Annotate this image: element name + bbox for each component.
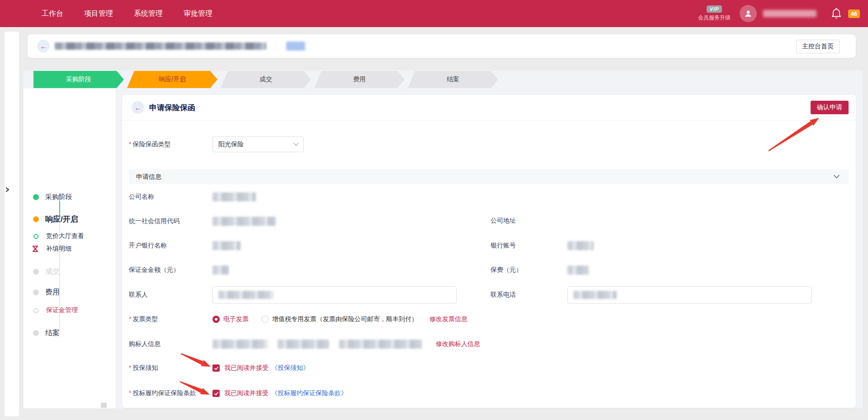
company-name-value-redacted	[212, 192, 256, 201]
timeline-line-done	[59, 201, 60, 216]
phone-label: 联系电话	[491, 291, 558, 299]
gray-ring-icon	[33, 308, 38, 313]
credit-code-row: 统一社会信用代码	[129, 217, 276, 226]
console-home-button[interactable]: 主控台首页	[796, 40, 840, 53]
sidebar-item-bidding-hall[interactable]: 竞价大厅查看	[33, 232, 84, 240]
confirm-apply-button[interactable]: 确认申请	[811, 101, 849, 114]
agree-text: 我已阅读并接受	[224, 389, 269, 397]
buyer-name-redacted	[212, 340, 268, 349]
back-arrow-icon: ←	[135, 104, 142, 112]
main-menu: 工作台 项目管理 系统管理 审批管理	[0, 9, 212, 19]
buyer-phone-redacted	[278, 340, 329, 349]
credit-code-value-redacted	[212, 217, 276, 226]
required-mark: *	[129, 315, 131, 322]
invoice-type-label: 发票类型	[132, 315, 158, 322]
collapse-chevron-icon[interactable]	[834, 175, 840, 179]
project-status-tag-redacted	[286, 42, 305, 51]
sidebar-item-deal[interactable]: 成交	[33, 267, 60, 276]
deposit-row: 保证金金额（元）	[129, 266, 229, 275]
insurance-type-row: *保险保函类型 阳光保险	[129, 136, 848, 152]
vip-icon: VIP	[707, 5, 722, 13]
required-mark: *	[129, 364, 131, 371]
menu-workbench[interactable]: 工作台	[42, 9, 63, 19]
premium-label: 保费（元）	[491, 266, 558, 274]
step-deal: 成交	[221, 71, 311, 88]
terms-link[interactable]: 《投标履约保证保险条款》	[271, 389, 347, 397]
back-arrow-icon: ←	[40, 42, 47, 50]
terms-row: *投标履约保证保险条款 我已阅读并接受 《投标履约保证保险条款》	[129, 389, 347, 397]
user-avatar[interactable]	[740, 5, 757, 22]
contact-value-redacted	[218, 291, 274, 299]
page-title: 申请保险保函	[149, 103, 195, 113]
expand-rail-chevron-icon[interactable]	[5, 187, 10, 192]
sidebar-label: 补填明细	[46, 245, 71, 253]
notice-checkbox[interactable]	[212, 364, 220, 372]
collapsed-side-rail	[5, 32, 19, 416]
bank-account-row: 银行账号	[491, 241, 594, 250]
sidebar-item-procurement[interactable]: 采购阶段	[33, 193, 72, 201]
notice-link[interactable]: 《投保须知》	[271, 364, 309, 372]
back-button[interactable]: ←	[37, 40, 50, 52]
step-closing: 结案	[408, 71, 498, 88]
company-name-row: 公司名称	[129, 192, 256, 201]
orange-dot-icon	[33, 216, 39, 222]
project-title-redacted	[55, 42, 266, 50]
sidebar-item-fees[interactable]: 费用	[33, 288, 60, 297]
notification-bell-icon[interactable]	[831, 8, 842, 19]
application-info-section-header[interactable]: 申请信息	[129, 169, 849, 184]
company-name-label: 公司名称	[129, 193, 206, 201]
bank-name-value-redacted	[212, 241, 241, 250]
sidebar-item-deposit-management[interactable]: 保证金管理	[33, 306, 78, 314]
phone-input[interactable]	[567, 286, 811, 303]
sidebar-item-supplement-detail[interactable]: 补填明细	[32, 245, 71, 253]
terms-checkbox[interactable]	[212, 390, 220, 397]
required-mark: *	[129, 140, 131, 148]
company-address-label: 公司地址	[491, 217, 558, 225]
edit-invoice-link[interactable]: 修改发票信息	[429, 315, 467, 323]
bank-name-row: 开户银行名称	[129, 241, 241, 250]
process-steps-bar: 采购阶段 响应/开启 成交 费用 结案	[24, 70, 863, 89]
menu-project-management[interactable]: 项目管理	[84, 9, 113, 19]
buyer-id-redacted	[339, 340, 422, 349]
sidebar-label: 保证金管理	[46, 306, 78, 314]
section-title: 申请信息	[136, 173, 161, 181]
contact-input[interactable]	[212, 286, 457, 303]
sidebar-label: 费用	[45, 288, 60, 297]
step-procurement: 采购阶段	[33, 71, 124, 88]
hourglass-icon	[32, 245, 38, 252]
notification-count-badge[interactable]: 46	[848, 9, 860, 18]
scrollbar-thumb[interactable]	[101, 403, 107, 408]
project-header-card: ← 主控台首页	[28, 34, 856, 58]
step-fees: 费用	[314, 71, 405, 88]
gray-dot-icon	[33, 330, 39, 336]
sidebar-label: 采购阶段	[45, 193, 72, 201]
vat-invoice-label: 增值税专用发票（发票由保险公司邮寄，顺丰到付）	[272, 315, 418, 323]
sidebar-label: 竞价大厅查看	[46, 232, 84, 240]
sidebar-label: 响应/开启	[45, 214, 78, 224]
menu-approval-management[interactable]: 审批管理	[184, 9, 212, 19]
edit-buyer-link[interactable]: 修改购标人信息	[436, 340, 480, 348]
premium-row: 保费（元）	[491, 266, 589, 275]
buyer-info-label: 购标人信息	[129, 340, 206, 348]
sidebar-item-response-open[interactable]: 响应/开启	[33, 214, 78, 224]
insurance-type-label: 保险保函类型	[132, 140, 170, 148]
menu-system-management[interactable]: 系统管理	[134, 9, 163, 19]
form-back-button[interactable]: ←	[132, 101, 144, 114]
buyer-info-row: 购标人信息 修改购标人信息	[129, 340, 480, 349]
check-icon	[214, 366, 219, 371]
sidebar-label: 成交	[45, 267, 60, 276]
vip-upgrade[interactable]: VIP 会员服务升级	[698, 5, 731, 22]
insurance-type-select[interactable]: 阳光保险	[212, 136, 304, 152]
contact-label: 联系人	[129, 291, 206, 299]
notice-label: 投保须知	[132, 364, 158, 371]
vip-caption: 会员服务升级	[698, 14, 731, 22]
username-redacted	[763, 10, 816, 17]
bank-account-value-redacted	[567, 241, 594, 250]
radio-vat-invoice[interactable]	[261, 316, 269, 323]
stage-sidebar: 采购阶段 响应/开启 竞价大厅查看 补填明细 成交 费用 保证金管理 结案	[24, 89, 116, 408]
sidebar-label: 结案	[45, 328, 60, 338]
phone-value-redacted	[573, 291, 617, 299]
green-ring-icon	[33, 234, 38, 239]
sidebar-item-closing[interactable]: 结案	[33, 328, 60, 338]
radio-electronic-invoice[interactable]	[212, 316, 220, 323]
